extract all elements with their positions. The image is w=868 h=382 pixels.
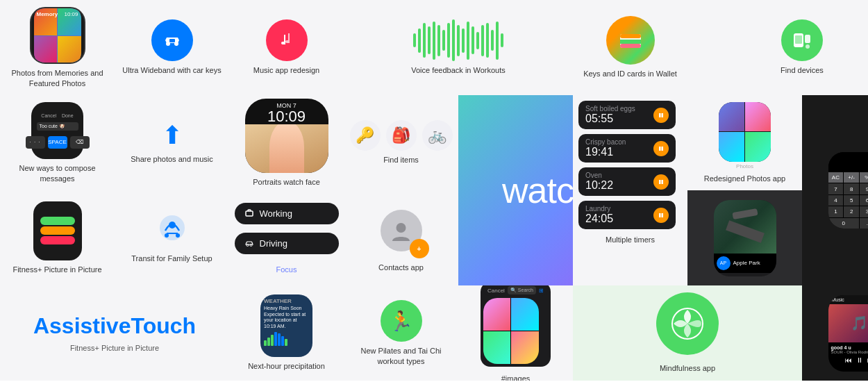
music-art: 🎵	[828, 304, 869, 342]
calc-btn-6[interactable]: 6	[860, 195, 868, 206]
cell-portraits: MON 7 10:09 Portraits watch face	[229, 95, 344, 190]
cell-assistive-touch: AssistiveTouch Fitness+ Picture in Pictu…	[0, 285, 229, 381]
svg-rect-18	[662, 213, 664, 217]
timers-list: Soft boiled eggs 05:55 Crispy bacon 19:4…	[578, 101, 682, 232]
music-label: Music app redesign	[253, 65, 319, 75]
compose-watch-icon: Cancel Done Too cute 🐶 · · · SPACE ⌫	[31, 102, 83, 159]
cell-maps: AP Apple Park	[687, 190, 802, 285]
cell-transit: Transit for Family Setup	[115, 190, 229, 285]
timer-pause-2[interactable]	[653, 141, 669, 156]
timer-bacon-value: 19:41	[585, 146, 626, 158]
cell-compose-messages: Cancel Done Too cute 🐶 · · · SPACE ⌫ New…	[0, 95, 115, 190]
portraits-time: 10:09	[267, 109, 306, 124]
photos-app-label: Photos	[736, 163, 753, 169]
images-label: #images	[501, 374, 531, 381]
calc-btn-ac[interactable]: AC	[828, 172, 844, 183]
calc-btn-2[interactable]: 2	[844, 206, 859, 217]
find-devices-label: Find devices	[781, 65, 824, 75]
svg-rect-15	[659, 180, 661, 184]
focus-working-label: Working	[260, 208, 292, 219]
timer-pause-1[interactable]	[653, 108, 669, 123]
svg-rect-5	[620, 40, 641, 44]
svg-point-24	[247, 244, 249, 247]
svg-rect-11	[659, 113, 661, 117]
svg-rect-6	[620, 44, 641, 48]
timer-oven-label: Oven	[585, 172, 613, 179]
calc-btn-3[interactable]: 3	[860, 206, 868, 217]
music-icon	[266, 19, 308, 61]
cell-share: ⬆ Share photos and music	[115, 95, 229, 190]
contacts-badge: +	[410, 239, 429, 258]
cell-pilates: 🏃 New Pilates and Tai Chi workout types	[344, 285, 458, 381]
timer-soft-eggs-value: 05:55	[585, 113, 635, 125]
cell-music: Music app redesign	[229, 0, 344, 95]
photos-memory-label: Photos from Memories and Featured Photos	[7, 68, 108, 88]
music-watch-header: Music 10:09	[828, 295, 869, 304]
calc-btn-4[interactable]: 4	[828, 195, 844, 206]
transit-label: Transit for Family Setup	[131, 254, 212, 263]
redesigned-photos-label: Redesigned Photos app	[704, 174, 785, 183]
calc-btn-9[interactable]: 9	[860, 183, 868, 194]
calc-btn-plusminus[interactable]: +/-	[844, 172, 859, 183]
calc-btn-7[interactable]: 7	[828, 183, 844, 194]
backpack-bubble: 🎒	[386, 120, 417, 151]
mindfulness-label: Mindfulness app	[660, 363, 715, 373]
svg-rect-12	[662, 113, 664, 117]
timer-bacon-label: Crispy bacon	[585, 138, 626, 146]
music-info: good 4 u SOUR - Olivia Rodrigo ⏮ ⏸ ⏭	[828, 342, 869, 372]
share-icon: ⬆	[162, 121, 183, 150]
find-items-label: Find items	[383, 155, 419, 165]
calc-btn-0[interactable]: 0	[828, 218, 860, 229]
cell-keys-wallet: Keys and ID cards in Wallet	[573, 0, 687, 95]
calc-display: 0	[828, 152, 869, 172]
calc-btn-5[interactable]: 5	[844, 195, 859, 206]
cell-focus: Working Driving Focus	[229, 190, 344, 285]
cell-multiple-timers: Soft boiled eggs 05:55 Crispy bacon 19:4…	[573, 95, 687, 285]
svg-rect-23	[246, 211, 253, 216]
share-label: Share photos and music	[131, 154, 213, 164]
fitness-watch-label: Fitness+ Picture in Picture	[12, 265, 101, 274]
cell-mindfulness: Mindfulness app	[573, 285, 802, 381]
cell-precipitation: WEATHER Heavy Rain Soon Expected to star…	[229, 285, 344, 381]
precipitation-label: Next-hour precipitation	[248, 361, 325, 371]
calc-btn-dot[interactable]: .	[860, 218, 868, 229]
waveform	[413, 19, 503, 61]
wallet-icon	[606, 16, 655, 65]
cell-wideband: Ultra Wideband with car keys	[115, 0, 229, 95]
maps-watch: AP Apple Park	[714, 200, 776, 276]
key-bubble: 🔑	[350, 120, 381, 151]
svg-rect-17	[659, 213, 661, 217]
cell-voice-feedback: Voice feedback in Workouts	[344, 0, 573, 95]
timers-label: Multiple timers	[606, 235, 655, 244]
svg-point-21	[165, 233, 169, 238]
svg-point-22	[176, 233, 180, 238]
svg-point-26	[397, 223, 406, 233]
svg-rect-8	[795, 35, 802, 44]
svg-rect-9	[805, 35, 810, 43]
car-icon	[151, 19, 193, 61]
mindfulness-circle	[656, 292, 719, 355]
timer-pause-3[interactable]	[653, 174, 669, 190]
cell-fitness-watch: Fitness+ Picture in Picture	[0, 190, 115, 285]
wideband-label: Ultra Wideband with car keys	[122, 65, 221, 75]
svg-rect-4	[620, 34, 641, 38]
watch-header-label: Memory	[37, 11, 58, 17]
find-devices-icon	[781, 19, 823, 61]
cell-find-items: 🔑 🎒 🚲 Find items	[344, 95, 458, 190]
focus-driving-label: Driving	[260, 238, 287, 249]
maps-label: Apple Park	[733, 260, 760, 266]
pilates-icon: 🏃	[381, 300, 422, 342]
assistive-touch-sublabel: Fitness+ Picture in Picture	[70, 343, 159, 353]
cell-redesigned-photos: Photos Redesigned Photos app	[687, 95, 802, 190]
cell-music-watch-bottom: Music 10:09 🎵 good 4 u SOUR - Olivia Rod…	[802, 285, 868, 381]
find-items-icons: 🔑 🎒 🚲	[350, 120, 453, 151]
timer-laundry-value: 24:05	[585, 213, 613, 225]
main-grid: Memory 10:09 Photos from Memories and Fe…	[0, 0, 868, 382]
focus-driving-pill: Driving	[235, 233, 339, 254]
timer-pause-4[interactable]	[653, 208, 669, 223]
timer-oven-value: 10:22	[585, 179, 613, 192]
calc-btn-1[interactable]: 1	[828, 206, 844, 217]
calc-btn-percent[interactable]: %	[860, 172, 868, 183]
calc-btn-8[interactable]: 8	[844, 183, 859, 194]
cell-photos-memory: Memory 10:09 Photos from Memories and Fe…	[0, 0, 115, 95]
